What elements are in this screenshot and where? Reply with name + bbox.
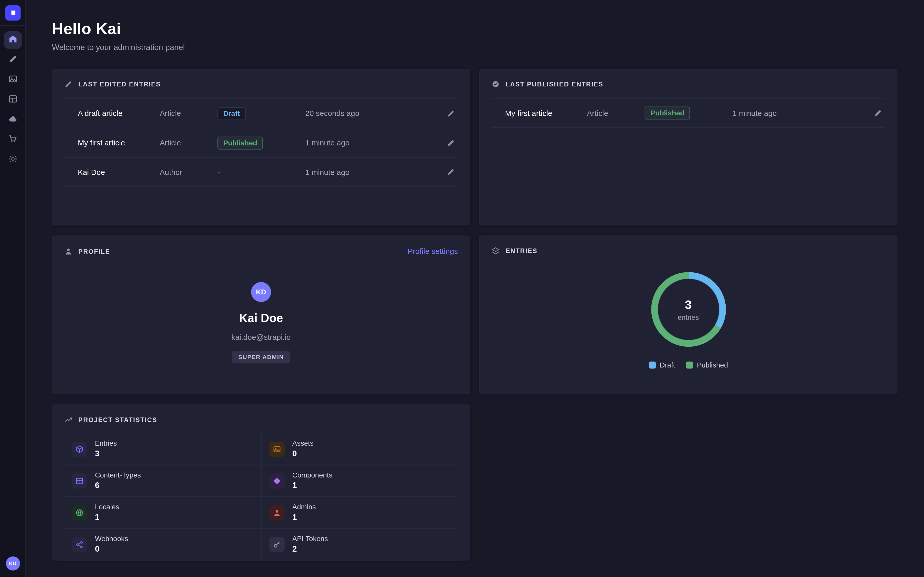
box-icon bbox=[72, 442, 87, 457]
home-icon bbox=[8, 34, 18, 46]
user-icon bbox=[64, 247, 73, 255]
status-empty: - bbox=[217, 168, 220, 176]
entry-time: 20 seconds ago bbox=[305, 109, 440, 118]
stat-value: 0 bbox=[95, 543, 128, 554]
profile-card: PROFILE Profile settings KD Kai Doe kai.… bbox=[52, 235, 470, 395]
check-circle-icon bbox=[491, 80, 500, 88]
globe-icon bbox=[72, 505, 87, 520]
project-statistics-card: PROJECT STATISTICS Entries3 Assets0 Cont… bbox=[52, 405, 470, 560]
image-icon bbox=[269, 442, 284, 457]
edit-entry-button[interactable] bbox=[444, 165, 458, 179]
content-manager-icon bbox=[8, 54, 18, 66]
stat-label: Assets bbox=[292, 439, 313, 448]
card-title: PROJECT STATISTICS bbox=[78, 416, 157, 423]
stat-webhooks: Webhooks0 bbox=[64, 529, 261, 561]
sidebar-item-cloud[interactable] bbox=[4, 111, 21, 129]
stat-label: API Tokens bbox=[292, 535, 328, 543]
entries-card: ENTRIES 3 entries Draft Published bbox=[479, 235, 898, 395]
donut-center-label: entries bbox=[678, 313, 699, 321]
layout-icon bbox=[72, 473, 87, 488]
stat-value: 0 bbox=[292, 448, 313, 459]
table-row: A draft article Article Draft 20 seconds… bbox=[64, 98, 458, 128]
entry-type: Author bbox=[160, 168, 217, 176]
sidebar-item-settings[interactable] bbox=[4, 151, 21, 169]
stat-admins: Admins1 bbox=[261, 497, 458, 529]
page-subtitle: Welcome to your administration panel bbox=[52, 43, 898, 52]
sidebar-item-content-type-builder[interactable] bbox=[4, 91, 21, 109]
last-edited-entries-card: LAST EDITED ENTRIES A draft article Arti… bbox=[52, 69, 470, 226]
role-badge: SUPER ADMIN bbox=[232, 351, 289, 363]
entry-type: Article bbox=[160, 139, 217, 147]
chart-legend: Draft Published bbox=[649, 361, 728, 369]
profile-name: Kai Doe bbox=[239, 311, 283, 325]
table-row: My first article Article Published 1 min… bbox=[64, 128, 458, 157]
entry-name: My first article bbox=[78, 139, 160, 147]
stat-label: Webhooks bbox=[95, 535, 128, 543]
profile-email: kai.doe@strapi.io bbox=[231, 333, 291, 341]
sidebar-item-home[interactable] bbox=[4, 31, 21, 49]
stat-label: Locales bbox=[95, 503, 120, 512]
entry-name: My first article bbox=[505, 109, 587, 118]
sidebar-item-marketplace[interactable] bbox=[4, 131, 21, 149]
stat-value: 6 bbox=[95, 480, 141, 490]
stat-entries: Entries3 bbox=[64, 434, 261, 465]
layers-icon bbox=[491, 247, 500, 255]
card-title: LAST EDITED ENTRIES bbox=[78, 81, 161, 88]
stats-table: Entries3 Assets0 Content-Types6 Componen… bbox=[64, 433, 458, 560]
entry-time: 1 minute ago bbox=[733, 109, 867, 118]
table-row: Kai Doe Author - 1 minute ago bbox=[64, 157, 458, 187]
stat-content-types: Content-Types6 bbox=[64, 465, 261, 497]
sidebar-item-media-library[interactable] bbox=[4, 71, 21, 89]
main-content: Hello Kai Welcome to your administration… bbox=[26, 0, 924, 577]
stat-label: Components bbox=[292, 471, 333, 480]
sidebar-nav bbox=[4, 31, 21, 169]
legend-label: Published bbox=[697, 361, 728, 369]
stat-locales: Locales1 bbox=[64, 497, 261, 529]
donut-center-value: 3 bbox=[685, 298, 692, 312]
status-badge: Draft bbox=[217, 107, 246, 120]
edit-entry-button[interactable] bbox=[444, 135, 458, 150]
entry-time: 1 minute ago bbox=[305, 168, 440, 176]
puzzle-icon bbox=[269, 473, 284, 488]
entry-type: Article bbox=[587, 109, 645, 118]
avatar: KD bbox=[251, 282, 271, 302]
admin-user-icon bbox=[269, 505, 284, 520]
user-avatar-menu[interactable]: KD bbox=[6, 556, 20, 571]
edit-entry-button[interactable] bbox=[444, 106, 458, 120]
table-row: My first article Article Published 1 min… bbox=[491, 98, 885, 128]
stat-value: 1 bbox=[95, 512, 120, 522]
stat-value: 1 bbox=[292, 480, 333, 490]
stat-value: 2 bbox=[292, 543, 328, 554]
status-badge: Published bbox=[645, 107, 690, 120]
trending-up-icon bbox=[64, 416, 73, 424]
stat-label: Entries bbox=[95, 439, 117, 448]
strapi-logo-icon[interactable] bbox=[5, 5, 21, 21]
sidebar-item-content-manager[interactable] bbox=[4, 51, 21, 69]
stat-components: Components1 bbox=[261, 465, 458, 497]
entry-time: 1 minute ago bbox=[305, 139, 440, 147]
last-published-entries-card: LAST PUBLISHED ENTRIES My first article … bbox=[479, 69, 898, 226]
stat-value: 3 bbox=[95, 448, 117, 459]
app-viewport: KD Hello Kai Welcome to your administrat… bbox=[0, 0, 924, 577]
settings-icon bbox=[8, 155, 18, 166]
last-published-table: My first article Article Published 1 min… bbox=[491, 98, 885, 128]
page-title: Hello Kai bbox=[52, 20, 898, 38]
edit-entry-button[interactable] bbox=[871, 106, 885, 120]
stat-label: Admins bbox=[292, 503, 316, 512]
content-type-builder-icon bbox=[8, 94, 18, 106]
card-title: ENTRIES bbox=[506, 247, 538, 255]
legend-swatch bbox=[686, 362, 693, 369]
media-library-icon bbox=[8, 74, 18, 86]
pencil-icon bbox=[64, 80, 73, 88]
stat-label: Content-Types bbox=[95, 471, 141, 480]
card-title: PROFILE bbox=[78, 247, 110, 255]
empty-grid-cell bbox=[479, 405, 898, 560]
key-icon bbox=[269, 537, 284, 552]
webhook-icon bbox=[72, 537, 87, 552]
entry-name: Kai Doe bbox=[78, 168, 160, 176]
legend-label: Draft bbox=[660, 361, 675, 369]
dashboard-grid: LAST EDITED ENTRIES A draft article Arti… bbox=[52, 69, 898, 561]
last-edited-table: A draft article Article Draft 20 seconds… bbox=[64, 98, 458, 187]
profile-settings-link[interactable]: Profile settings bbox=[407, 247, 458, 255]
entry-name: A draft article bbox=[78, 109, 160, 118]
